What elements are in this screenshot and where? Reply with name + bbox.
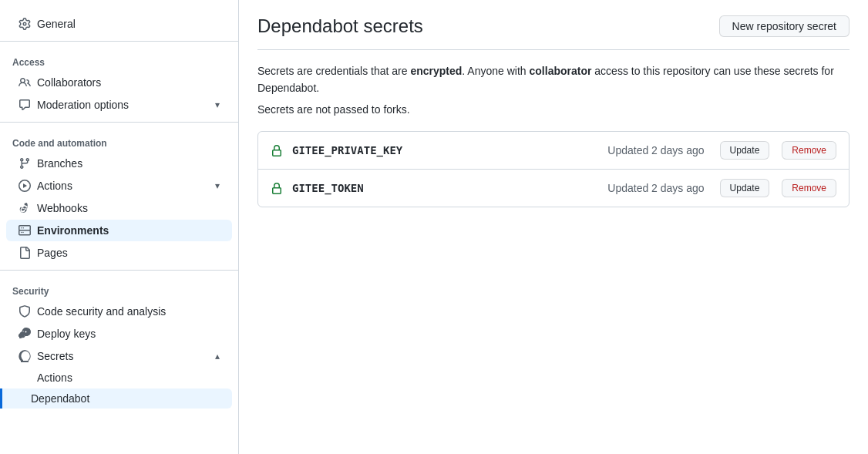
page-title: Dependabot secrets	[257, 15, 423, 37]
sidebar-code-security-label: Code security and analysis	[37, 305, 220, 318]
sidebar-pages-label: Pages	[37, 247, 220, 259]
branch-icon	[19, 157, 31, 170]
shield-icon	[19, 305, 31, 318]
webhook-icon	[19, 202, 31, 214]
comment-icon	[19, 99, 31, 111]
security-section-label: Security	[0, 277, 238, 300]
sidebar-sub-actions[interactable]: Actions	[6, 368, 232, 388]
code-automation-section-label: Code and automation	[0, 129, 238, 152]
new-repository-secret-button[interactable]: New repository secret	[719, 15, 849, 37]
secret-name-1: GITEE_PRIVATE_KEY	[292, 144, 598, 156]
sidebar-deploy-keys-label: Deploy keys	[37, 328, 220, 340]
sidebar-item-deploy-keys[interactable]: Deploy keys	[6, 323, 232, 345]
table-row: GITEE_PRIVATE_KEY Updated 2 days ago Upd…	[258, 132, 849, 170]
divider-2	[0, 122, 238, 123]
divider-3	[0, 270, 238, 271]
sidebar-branches-label: Branches	[37, 157, 220, 170]
remove-button-2[interactable]: Remove	[782, 179, 836, 197]
chevron-down-icon: ▾	[215, 99, 220, 110]
sidebar-general-label: General	[37, 18, 220, 30]
table-row: GITEE_TOKEN Updated 2 days ago Update Re…	[258, 170, 849, 207]
main-content: Dependabot secrets New repository secret…	[239, 0, 868, 454]
remove-button-1[interactable]: Remove	[782, 141, 836, 160]
sidebar-item-environments[interactable]: Environments	[6, 220, 232, 241]
sidebar-environments-label: Environments	[37, 224, 220, 237]
key-icon	[19, 328, 31, 340]
pages-icon	[19, 247, 31, 259]
sidebar-sub-dependabot[interactable]: Dependabot	[0, 388, 232, 409]
description-text: Secrets are credentials that are encrypt…	[257, 62, 849, 97]
sidebar-item-moderation[interactable]: Moderation options ▾	[6, 94, 232, 116]
update-button-1[interactable]: Update	[720, 141, 770, 160]
sidebar-item-branches[interactable]: Branches	[6, 153, 232, 174]
divider-1	[0, 41, 238, 42]
sidebar-collaborators-label: Collaborators	[37, 76, 220, 89]
sidebar-webhooks-label: Webhooks	[37, 202, 220, 214]
secret-name-2: GITEE_TOKEN	[292, 182, 598, 194]
secret-icon	[19, 350, 31, 362]
update-button-2[interactable]: Update	[720, 179, 770, 197]
gear-icon	[19, 18, 31, 30]
sidebar-secrets-label: Secrets	[37, 350, 209, 362]
sidebar-actions-label: Actions	[37, 180, 209, 192]
sidebar-item-general[interactable]: General	[6, 13, 232, 35]
sidebar-dependabot-sub-label: Dependabot	[31, 392, 220, 405]
forks-note: Secrets are not passed to forks.	[257, 103, 849, 116]
secrets-list: GITEE_PRIVATE_KEY Updated 2 days ago Upd…	[257, 131, 849, 207]
sidebar-item-code-security[interactable]: Code security and analysis	[6, 301, 232, 322]
sidebar-item-webhooks[interactable]: Webhooks	[6, 197, 232, 219]
lock-icon-1	[271, 143, 283, 157]
sidebar-item-pages[interactable]: Pages	[6, 242, 232, 264]
access-section-label: Access	[0, 48, 238, 71]
sidebar-item-collaborators[interactable]: Collaborators	[6, 72, 232, 93]
sidebar-item-actions[interactable]: Actions ▾	[6, 175, 232, 197]
people-icon	[19, 76, 31, 89]
secret-updated-2: Updated 2 days ago	[607, 182, 704, 194]
chevron-up-icon: ▴	[215, 351, 220, 362]
secret-updated-1: Updated 2 days ago	[607, 144, 704, 156]
play-icon	[19, 180, 31, 192]
sidebar-moderation-label: Moderation options	[37, 99, 209, 111]
sidebar-item-secrets[interactable]: Secrets ▴	[6, 345, 232, 367]
sidebar-actions-sub-label: Actions	[37, 372, 220, 384]
lock-icon-2	[271, 181, 283, 195]
sidebar: General Access Collaborators Moderation …	[0, 0, 239, 454]
server-icon	[19, 224, 31, 237]
chevron-down-icon-actions: ▾	[215, 180, 220, 191]
main-header: Dependabot secrets New repository secret	[257, 15, 849, 50]
